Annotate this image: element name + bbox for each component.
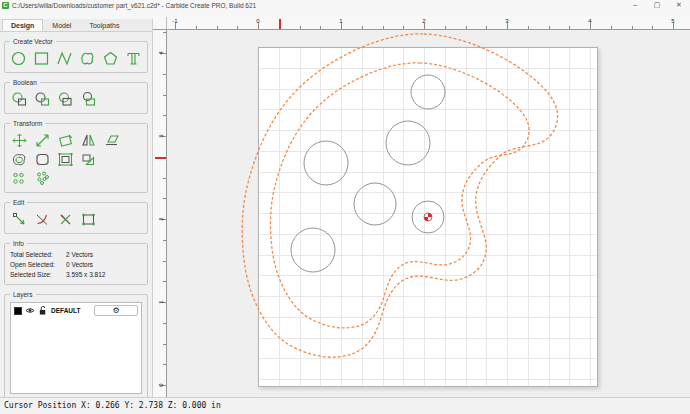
ruler-tick <box>486 26 487 29</box>
layers-group: Layers DEFAULT ⚙ <box>4 294 148 399</box>
align-frame-icon[interactable] <box>56 150 74 168</box>
ruler-tick <box>163 364 166 365</box>
ruler-label: 0 <box>157 383 163 386</box>
shear-icon[interactable] <box>102 131 120 149</box>
boolean-group: Boolean <box>4 82 148 114</box>
layer-color-swatch[interactable] <box>14 307 22 315</box>
ruler-tick <box>163 323 166 324</box>
boolean-xor-icon[interactable] <box>79 90 97 108</box>
minimize-button[interactable]: – <box>624 0 646 10</box>
layers-list[interactable]: DEFAULT ⚙ <box>10 302 142 394</box>
curve-tool-icon[interactable] <box>78 49 96 67</box>
layer-visibility-eye-icon[interactable] <box>25 306 35 315</box>
mirror-icon[interactable] <box>79 131 97 149</box>
vector-layer <box>167 30 690 397</box>
rectangle-tool-icon[interactable] <box>33 49 51 67</box>
hole-circles[interactable] <box>291 75 445 272</box>
boolean-title: Boolean <box>10 79 40 86</box>
ruler-tick <box>445 26 446 29</box>
ruler-tick <box>320 26 321 29</box>
ruler-tick <box>163 32 166 33</box>
trim-icon[interactable] <box>56 210 74 228</box>
layer-lock-icon[interactable] <box>38 306 48 315</box>
grid-array-icon[interactable] <box>10 169 28 187</box>
ruler-tick <box>632 26 633 29</box>
ruler-tick <box>362 26 363 29</box>
ruler-label: 4 <box>157 51 163 54</box>
ruler-tick <box>652 26 653 29</box>
left-sidebar: Design Model Toolpaths Create Vector Boo… <box>0 19 153 397</box>
hole-circle[interactable] <box>354 183 396 225</box>
rotate-icon[interactable] <box>56 131 74 149</box>
create-vector-group: Create Vector <box>4 41 148 73</box>
ruler-tick <box>163 261 166 262</box>
layer-name: DEFAULT <box>51 307 91 314</box>
ruler-label: 2 <box>157 217 163 220</box>
boolean-intersect-icon[interactable] <box>56 90 74 108</box>
ruler-corner <box>153 17 167 30</box>
ruler-tick <box>163 115 166 116</box>
maximize-button[interactable]: ▢ <box>646 0 668 10</box>
window-title: C:/Users/willa/Downloads/customer part_v… <box>12 2 624 9</box>
scale-icon[interactable] <box>33 131 51 149</box>
selected-size-label: Selected Size: <box>10 270 66 280</box>
ruler-label: 2 <box>422 18 425 24</box>
open-selected-value: 0 Vectors <box>66 260 93 270</box>
close-button[interactable]: ✕ <box>668 0 690 10</box>
info-title: Info <box>10 240 27 247</box>
design-canvas[interactable] <box>167 30 690 397</box>
open-selected-label: Open Selected: <box>10 260 66 270</box>
origin-marker-icon <box>424 213 432 221</box>
vertical-ruler: 43210 <box>153 30 167 397</box>
hole-circle[interactable] <box>411 75 445 109</box>
polygon-tool-icon[interactable] <box>101 49 119 67</box>
ruler-tick <box>163 344 166 345</box>
info-total-selected: Total Selected: 2 Vectors <box>10 250 142 260</box>
edit-title: Edit <box>10 199 27 206</box>
tab-toolpaths[interactable]: Toolpaths <box>80 19 128 31</box>
total-selected-label: Total Selected: <box>10 250 66 260</box>
info-selected-size: Selected Size: 3.595 x 3.812 <box>10 270 142 280</box>
move-icon[interactable] <box>10 131 28 149</box>
selected-outline-outer[interactable] <box>242 34 557 357</box>
layer-settings-button[interactable]: ⚙ <box>94 305 138 316</box>
transform-group: Transform <box>4 123 148 193</box>
hole-circle[interactable] <box>386 121 430 165</box>
status-bar: Cursor Position X: 0.266 Y: 2.738 Z: 0.0… <box>0 397 690 414</box>
ruler-label: 0 <box>256 18 259 24</box>
hole-circle[interactable] <box>304 141 348 185</box>
tab-model[interactable]: Model <box>43 19 80 31</box>
ruler-label: 5 <box>671 18 674 24</box>
hole-circle[interactable] <box>291 228 335 272</box>
horizontal-ruler: -1012345 <box>153 17 690 30</box>
transform-title: Transform <box>10 120 45 127</box>
circular-array-icon[interactable] <box>33 169 51 187</box>
ruler-tick <box>611 26 612 29</box>
ruler-tick <box>163 95 166 96</box>
circle-tool-icon[interactable] <box>10 49 28 67</box>
node-edit-icon[interactable] <box>10 210 28 228</box>
curve-fillet-icon[interactable] <box>33 210 51 228</box>
ruler-tick <box>163 240 166 241</box>
ruler-tick <box>163 178 166 179</box>
layer-row-default[interactable]: DEFAULT ⚙ <box>11 303 141 318</box>
selected-outline-inner[interactable] <box>270 63 529 328</box>
cursor-y-marker <box>155 157 166 159</box>
polyline-tool-icon[interactable] <box>56 49 74 67</box>
edit-group: Edit <box>4 202 148 234</box>
ruler-tick <box>163 74 166 75</box>
boolean-union-icon[interactable] <box>10 90 28 108</box>
fillet-corners-icon[interactable] <box>33 150 51 168</box>
ruler-label: -1 <box>172 18 177 24</box>
close-vector-icon[interactable] <box>79 210 97 228</box>
layers-title: Layers <box>10 291 36 298</box>
scale-copy-icon[interactable] <box>79 150 97 168</box>
offset-icon[interactable] <box>10 150 28 168</box>
ruler-label: 4 <box>588 18 591 24</box>
text-tool-icon[interactable] <box>124 49 142 67</box>
ruler-tick <box>237 26 238 29</box>
ruler-tick <box>383 26 384 29</box>
ruler-tick <box>217 26 218 29</box>
tab-design[interactable]: Design <box>2 19 43 31</box>
boolean-subtract-icon[interactable] <box>33 90 51 108</box>
